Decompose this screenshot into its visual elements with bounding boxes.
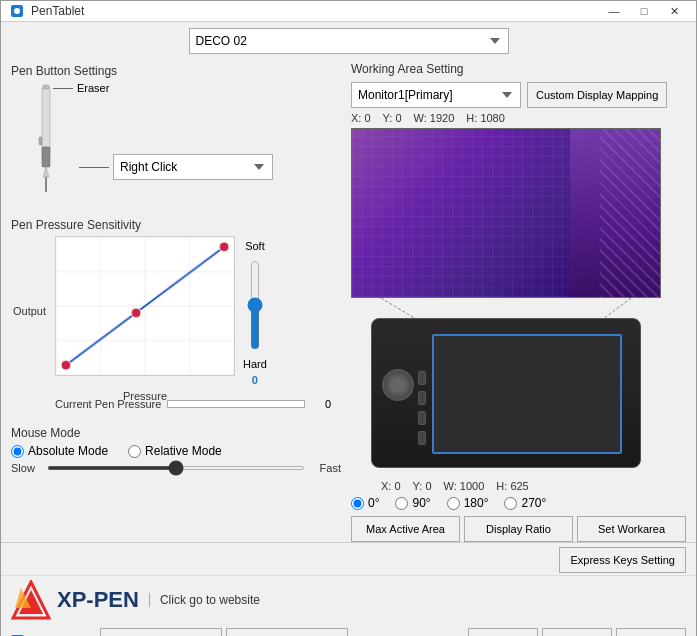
mouse-mode-label: Mouse Mode [11, 426, 341, 440]
mouse-mode-section: Mouse Mode Absolute Mode Relative Mode S… [11, 422, 341, 478]
maximize-button[interactable]: □ [630, 1, 658, 21]
display-coords-row: X: 0 Y: 0 W: 1920 H: 1080 [351, 112, 686, 124]
coord-y: Y: 0 [383, 112, 402, 124]
orientation-0[interactable]: 0° [351, 496, 379, 510]
pressure-section: Pen Pressure Sensitivity Output Pressure… [11, 214, 341, 414]
website-link[interactable]: Click go to website [149, 593, 260, 607]
max-active-area-btn[interactable]: Max Active Area [351, 516, 460, 542]
title-bar: PenTablet — □ ✕ [1, 1, 696, 22]
device-select-bar: DECO 02 [1, 22, 696, 60]
current-pressure-value: 0 [311, 398, 331, 410]
logo-area: XP-PEN [11, 580, 139, 620]
xppen-logo-text: XP-PEN [57, 587, 139, 613]
pressure-graph [55, 236, 235, 376]
slow-label: Slow [11, 462, 41, 474]
svg-rect-3 [42, 147, 50, 167]
pen-visual: Eraser [21, 82, 341, 202]
pen-button-label: Pen Button Settings [11, 64, 341, 78]
main-window: PenTablet — □ ✕ DECO 02 Pen Button Setti… [0, 0, 697, 636]
relative-mode-radio[interactable]: Relative Mode [128, 444, 222, 458]
app-icon [9, 3, 25, 19]
pressure-slider[interactable] [245, 260, 265, 350]
working-area-header: Monitor1[Primary] Custom Display Mapping [351, 82, 686, 108]
pressure-label: Pressure [123, 390, 167, 402]
current-pressure-row: Current Pen Pressure 0 [55, 398, 331, 410]
cancel-btn[interactable]: Cancel [542, 628, 612, 636]
xppen-logo-icon [11, 580, 51, 620]
tablet-coords-row: X: 0 Y: 0 W: 1000 H: 625 [381, 480, 686, 492]
right-panel: Working Area Setting Monitor1[Primary] C… [351, 60, 686, 542]
device-select[interactable]: DECO 02 [189, 28, 509, 54]
coord-w: W: 1920 [414, 112, 455, 124]
tablet-coord-y: Y: 0 [413, 480, 432, 492]
import-config-btn[interactable]: Import Configuration [226, 628, 348, 636]
pressure-sensitivity-label: Pen Pressure Sensitivity [11, 218, 341, 232]
pressure-controls: Soft Hard 0 [243, 240, 267, 386]
tablet-coord-w: W: 1000 [444, 480, 485, 492]
left-panel: Pen Button Settings Eraser [11, 60, 341, 542]
hard-label: Hard [243, 358, 267, 370]
output-label: Output [13, 305, 46, 317]
eraser-label: Eraser [53, 82, 109, 94]
custom-display-btn[interactable]: Custom Display Mapping [527, 82, 667, 108]
svg-rect-4 [39, 137, 42, 145]
speed-row: Slow Fast [11, 462, 341, 474]
close-button[interactable]: ✕ [660, 1, 688, 21]
svg-point-1 [14, 8, 20, 14]
window-controls: — □ ✕ [600, 1, 688, 21]
tablet-visual [351, 298, 661, 478]
orientation-270[interactable]: 270° [504, 496, 546, 510]
button-connector-line [79, 167, 109, 168]
pen-button-section: Pen Button Settings Eraser [11, 60, 341, 206]
orientation-180[interactable]: 180° [447, 496, 489, 510]
svg-marker-6 [43, 167, 49, 177]
display-ratio-btn[interactable]: Display Ratio [464, 516, 573, 542]
pen-body: Eraser [21, 82, 71, 202]
radio-row: Absolute Mode Relative Mode [11, 444, 341, 458]
footer-buttons-row: Windows Ink Export Configuration Import … [1, 624, 696, 636]
svg-rect-5 [43, 85, 49, 89]
main-content: Pen Button Settings Eraser [1, 60, 696, 542]
soft-label: Soft [243, 240, 267, 252]
current-pressure-bar [167, 400, 305, 408]
express-keys-row: Express Keys Setting [1, 543, 696, 575]
window-title: PenTablet [31, 4, 84, 18]
speed-slider[interactable] [47, 466, 305, 470]
tablet-coord-x: X: 0 [381, 480, 401, 492]
svg-rect-2 [42, 87, 50, 157]
orientation-row: 0° 90° 180° 270° [351, 496, 686, 510]
display-area [351, 128, 661, 298]
export-config-btn[interactable]: Export Configuration [100, 628, 222, 636]
pen-svg [31, 82, 61, 202]
express-keys-btn[interactable]: Express Keys Setting [559, 547, 686, 573]
action-buttons-row: Max Active Area Display Ratio Set Workar… [351, 516, 686, 542]
coord-x: X: 0 [351, 112, 371, 124]
monitor-select[interactable]: Monitor1[Primary] [351, 82, 521, 108]
tablet-coord-h: H: 625 [496, 480, 528, 492]
minimize-button[interactable]: — [600, 1, 628, 21]
bottom-section: Express Keys Setting XP-PEN Click go to … [1, 542, 696, 636]
default-btn[interactable]: Default [616, 628, 686, 636]
orientation-90[interactable]: 90° [395, 496, 430, 510]
ok-btn[interactable]: OK [468, 628, 538, 636]
set-workarea-btn[interactable]: Set Workarea [577, 516, 686, 542]
footer-right: OK Cancel Default [468, 628, 686, 636]
coord-h: H: 1080 [466, 112, 505, 124]
working-area-label: Working Area Setting [351, 62, 686, 76]
logo-row: XP-PEN Click go to website [1, 575, 696, 624]
absolute-mode-radio[interactable]: Absolute Mode [11, 444, 108, 458]
pen-button-select[interactable]: Right Click [113, 154, 273, 180]
fast-label: Fast [311, 462, 341, 474]
pressure-value: 0 [243, 374, 267, 386]
